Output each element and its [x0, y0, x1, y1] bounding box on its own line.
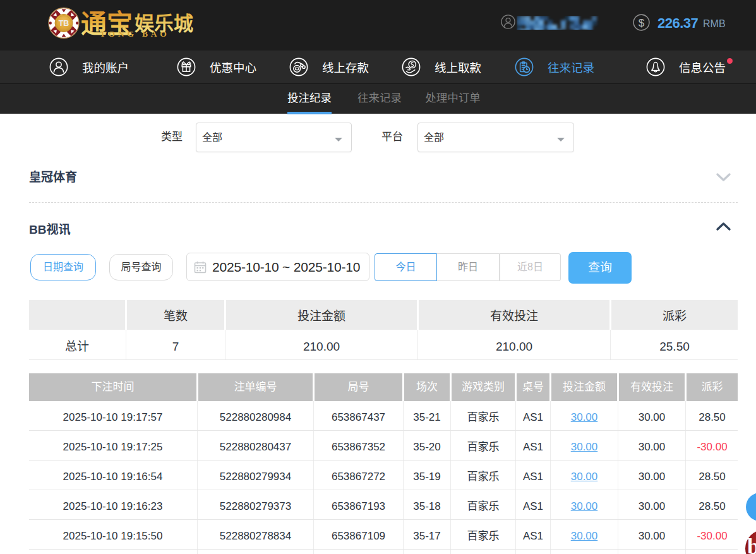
svg-text:$: $	[639, 17, 645, 29]
svg-text:TONG BAO: TONG BAO	[100, 29, 170, 39]
svg-text:TB: TB	[59, 19, 69, 28]
